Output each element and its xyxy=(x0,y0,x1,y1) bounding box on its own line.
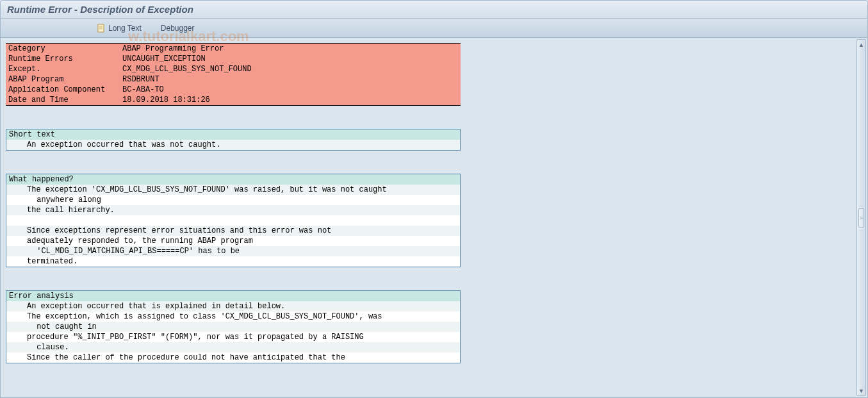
text-line: The exception 'CX_MDG_LCL_BUS_SYS_NOT_FO… xyxy=(6,185,460,195)
text-line: An exception occurred that is explained … xyxy=(6,301,460,311)
what-happened-section: What happened? The exception 'CX_MDG_LCL… xyxy=(6,174,461,267)
long-text-label: Long Text xyxy=(108,24,142,33)
window: Runtime Error - Description of Exception… xyxy=(0,0,868,398)
scroll-down-arrow-icon[interactable]: ▼ xyxy=(857,386,865,395)
vertical-scrollbar[interactable]: ▲ ≡ ▼ xyxy=(856,39,866,396)
summary-label: ABAP Program xyxy=(6,74,120,85)
summary-value: UNCAUGHT_EXCEPTION xyxy=(120,54,461,64)
scroll-grip[interactable]: ≡ xyxy=(858,208,864,228)
summary-row: Date and Time18.09.2018 18:31:26 xyxy=(6,95,461,106)
summary-row: CategoryABAP Programming Error xyxy=(6,44,461,54)
text-line: not caught in xyxy=(6,322,460,332)
summary-row: Application ComponentBC-ABA-TO xyxy=(6,85,461,95)
section-body: An exception occurred that was not caugh… xyxy=(6,140,460,150)
long-text-button[interactable]: Long Text xyxy=(97,24,142,33)
summary-value: CX_MDG_LCL_BUS_SYS_NOT_FOUND xyxy=(120,64,461,74)
text-line: An exception occurred that was not caugh… xyxy=(6,140,460,150)
text-line xyxy=(6,215,460,226)
error-analysis-section: Error analysis An exception occurred tha… xyxy=(6,290,461,363)
summary-label: Date and Time xyxy=(6,95,120,106)
summary-table: CategoryABAP Programming ErrorRuntime Er… xyxy=(6,43,461,106)
summary-value: 18.09.2018 18:31:26 xyxy=(120,95,461,106)
text-line: procedure "%_INIT_PBO_FIRST" "(FORM)", n… xyxy=(6,332,460,342)
text-line: anywhere along xyxy=(6,195,460,205)
section-header: Short text xyxy=(6,129,460,140)
section-body: The exception 'CX_MDG_LCL_BUS_SYS_NOT_FO… xyxy=(6,185,460,267)
summary-label: Application Component xyxy=(6,85,120,95)
section-body: An exception occurred that is explained … xyxy=(6,301,460,363)
summary-label: Except. xyxy=(6,64,120,74)
text-line: clause. xyxy=(6,342,460,352)
window-title: Runtime Error - Description of Exception xyxy=(7,4,193,15)
section-header: Error analysis xyxy=(6,291,460,301)
toolbar: Long Text Debugger xyxy=(0,19,868,38)
summary-label: Runtime Errors xyxy=(6,54,120,64)
summary-value: BC-ABA-TO xyxy=(120,85,461,95)
summary-row: ABAP ProgramRSDBRUNT xyxy=(6,74,461,85)
debugger-label: Debugger xyxy=(161,24,195,33)
text-line: The exception, which is assigned to clas… xyxy=(6,311,460,322)
debugger-button[interactable]: Debugger xyxy=(161,24,195,33)
section-header: What happened? xyxy=(6,174,460,185)
text-line: 'CL_MDG_ID_MATCHING_API_BS=====CP' has t… xyxy=(6,246,460,256)
text-line: terminated. xyxy=(6,256,460,267)
short-text-section: Short text An exception occurred that wa… xyxy=(6,129,461,151)
text-line: the call hierarchy. xyxy=(6,205,460,215)
svg-rect-0 xyxy=(98,24,104,32)
scroll-region: CategoryABAP Programming ErrorRuntime Er… xyxy=(1,38,855,397)
scroll-up-arrow-icon[interactable]: ▲ xyxy=(857,40,865,49)
summary-label: Category xyxy=(6,44,120,54)
summary-value: ABAP Programming Error xyxy=(120,44,461,54)
content-area: CategoryABAP Programming ErrorRuntime Er… xyxy=(0,38,868,398)
document-icon xyxy=(97,24,106,33)
summary-value: RSDBRUNT xyxy=(120,74,461,85)
text-line: Since the caller of the procedure could … xyxy=(6,352,460,363)
text-line: Since exceptions represent error situati… xyxy=(6,226,460,236)
summary-row: Runtime ErrorsUNCAUGHT_EXCEPTION xyxy=(6,54,461,64)
summary-row: Except.CX_MDG_LCL_BUS_SYS_NOT_FOUND xyxy=(6,64,461,74)
text-line: adequately responded to, the running ABA… xyxy=(6,236,460,246)
title-bar: Runtime Error - Description of Exception xyxy=(0,0,868,19)
